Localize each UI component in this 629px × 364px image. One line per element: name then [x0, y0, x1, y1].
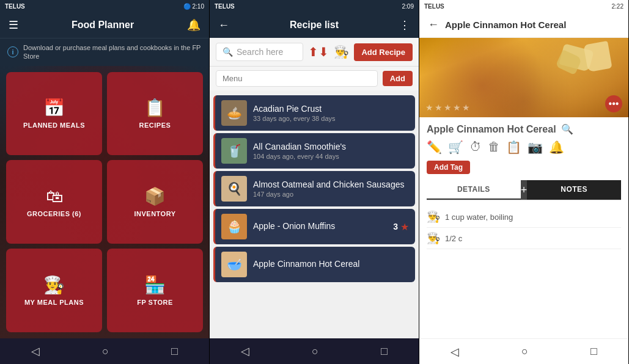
list-item[interactable]: 🥤 All Canadian Smoothie's 104 days ago, … — [213, 133, 415, 169]
tile-recipes[interactable]: 📋 RECIPES — [107, 72, 203, 156]
recipe-hero-image: ★ ★ ★ ★ ★ ••• — [419, 38, 628, 117]
notification-icon[interactable]: 🔔 — [549, 140, 564, 155]
edit-icon[interactable]: ✏️ — [427, 140, 442, 155]
detail-header: ← Apple Cinnamon Hot Cereal — [419, 12, 628, 38]
tab-plus-button[interactable]: + — [521, 180, 528, 200]
recipe-thumb-acadian: 🥧 — [221, 100, 247, 126]
back-icon-2[interactable]: ← — [218, 19, 229, 32]
recipe-info-cereal: Apple Cinnamon Hot Cereal — [253, 259, 409, 271]
back-icon-3[interactable]: ← — [428, 18, 439, 31]
star-icon: ★ — [400, 221, 409, 233]
more-options-button[interactable]: ••• — [605, 95, 622, 112]
apple-piece — [583, 41, 612, 72]
detail-tabs: DETAILS + NOTES — [427, 180, 621, 200]
delete-icon[interactable]: 🗑 — [488, 140, 500, 155]
info-text: Download or purchase meal plans and cook… — [23, 43, 202, 61]
ingredient-text-1: 1 cup water, boiling — [445, 213, 513, 222]
inventory-label: INVENTORY — [134, 210, 175, 217]
recipe-name-acadian: Acadian Pie Crust — [253, 104, 409, 114]
recipe-sub-smoothie: 104 days ago, every 44 days — [253, 153, 409, 160]
recipe-name-smoothie: All Canadian Smoothie's — [253, 142, 409, 152]
star-1: ★ — [425, 103, 433, 112]
tile-planned-meals[interactable]: 📅 PLANNED MEALS — [6, 72, 102, 156]
star-3: ★ — [444, 103, 452, 112]
planned-meals-icon: 📅 — [43, 98, 65, 118]
recipe-name-muffin: Apple - Onion Muffins — [253, 221, 387, 231]
home-nav-btn-1[interactable]: ○ — [102, 345, 109, 358]
recipe-actions: ✏️ 🛒 ⏱ 🗑 📋 📷 🔔 — [427, 140, 621, 155]
groceries-label: GROCERIES (6) — [27, 210, 81, 217]
main-tiles-grid: 📅 PLANNED MEALS 📋 RECIPES 🛍 GROCERIES (6… — [0, 66, 209, 338]
star-rating: ★ ★ ★ ★ ★ — [425, 103, 470, 112]
detail-content: Apple Cinnamon Hot Cereal 🔍 ✏️ 🛒 ⏱ 🗑 📋 📷… — [419, 117, 628, 338]
nav-bar-2: ◁ ○ □ — [210, 338, 419, 364]
tab-details[interactable]: DETAILS — [427, 180, 521, 200]
recipe-name-oatmeal: Almost Oatmeal and Chicken Sausages — [253, 180, 409, 190]
search-box[interactable]: 🔍 Search here — [216, 43, 303, 61]
tab-notes[interactable]: NOTES — [527, 180, 621, 200]
filter-sort-icon[interactable]: ⬆⬇ — [308, 45, 329, 59]
menu-bar: Add — [210, 66, 419, 90]
chef-hat-icon[interactable]: 👨‍🍳 — [334, 45, 349, 59]
recipe-search-icon[interactable]: 🔍 — [561, 123, 573, 135]
fp-store-label: FP STORE — [137, 299, 173, 306]
status-bar-3: TELUS 2:22 — [419, 0, 628, 12]
time-3: 2:22 — [612, 3, 623, 10]
carrier-1: TELUS — [5, 3, 25, 10]
recent-nav-btn-1[interactable]: □ — [171, 345, 178, 358]
tile-fp-store[interactable]: 🏪 FP STORE — [107, 249, 203, 332]
list-item[interactable]: 🧁 Apple - Onion Muffins 3 ★ — [213, 209, 415, 244]
recipe-sub-acadian: 33 days ago, every 38 days — [253, 115, 409, 122]
meal-plans-icon: 👨‍🍳 — [43, 275, 65, 295]
add-recipe-button[interactable]: Add Recipe — [354, 43, 413, 61]
app-title-1: Food Planner — [18, 20, 187, 31]
phone-recipe-list: TELUS 2:09 ← Recipe list ⋮ 🔍 Search here… — [210, 0, 419, 364]
timer-icon[interactable]: ⏱ — [469, 140, 482, 155]
menu-input[interactable] — [216, 70, 378, 87]
back-nav-btn-1[interactable]: ◁ — [31, 344, 40, 358]
search-magnifier-icon: 🔍 — [223, 47, 233, 57]
carrier-2: TELUS — [215, 3, 235, 10]
back-nav-btn-2[interactable]: ◁ — [241, 344, 249, 358]
home-nav-btn-2[interactable]: ○ — [312, 345, 318, 358]
star-4: ★ — [453, 103, 461, 112]
tile-inventory[interactable]: 📦 INVENTORY — [107, 160, 203, 244]
recipe-badge-muffin: 3 ★ — [393, 221, 409, 233]
copy-icon[interactable]: 📋 — [506, 140, 521, 155]
tile-meal-plans[interactable]: 👨‍🍳 MY MEAL PLANS — [6, 249, 102, 332]
more-icon-2[interactable]: ⋮ — [399, 18, 410, 32]
ingredient-text-2: 1/2 c — [445, 234, 462, 243]
chef-hat-ingredient-icon: 👨‍🍳 — [427, 210, 440, 224]
recent-nav-btn-2[interactable]: □ — [381, 345, 388, 358]
search-bar: 🔍 Search here ⬆⬇ 👨‍🍳 Add Recipe — [210, 38, 419, 66]
add-tag-button[interactable]: Add Tag — [427, 161, 470, 174]
home-nav-btn-3[interactable]: ○ — [521, 345, 528, 358]
camera-icon[interactable]: 📷 — [528, 140, 543, 155]
info-icon: i — [7, 46, 18, 57]
list-item[interactable]: 🥧 Acadian Pie Crust 33 days ago, every 3… — [213, 95, 415, 131]
list-item[interactable]: 🥣 Apple Cinnamon Hot Cereal — [213, 247, 415, 282]
bell-icon[interactable]: 🔔 — [187, 18, 200, 32]
recipe-info-muffin: Apple - Onion Muffins — [253, 221, 387, 233]
recipe-detail-title: Apple Cinnamon Hot Cereal — [427, 124, 556, 135]
nav-bar-1: ◁ ○ □ — [0, 338, 209, 364]
groceries-icon: 🛍 — [46, 186, 63, 206]
carrier-3: TELUS — [424, 3, 444, 10]
recipes-icon: 📋 — [144, 98, 166, 118]
recipe-name-cereal: Apple Cinnamon Hot Cereal — [253, 259, 409, 269]
list-item[interactable]: 🍳 Almost Oatmeal and Chicken Sausages 14… — [213, 171, 415, 206]
recent-nav-btn-3[interactable]: □ — [590, 345, 597, 358]
cart-icon[interactable]: 🛒 — [448, 140, 463, 155]
tile-groceries[interactable]: 🛍 GROCERIES (6) — [6, 160, 102, 244]
recipe-list-header: ← Recipe list ⋮ — [210, 12, 419, 38]
back-nav-btn-3[interactable]: ◁ — [451, 345, 459, 359]
hamburger-menu-icon[interactable]: ☰ — [9, 18, 18, 32]
info-bar: i Download or purchase meal plans and co… — [0, 38, 209, 66]
recipe-info-oatmeal: Almost Oatmeal and Chicken Sausages 147 … — [253, 180, 409, 198]
menu-add-button[interactable]: Add — [383, 71, 413, 86]
star-5: ★ — [462, 103, 470, 112]
time-2: 2:09 — [402, 3, 414, 10]
recipe-thumb-muffin: 🧁 — [221, 214, 247, 239]
time-1: 🔵 2:10 — [183, 3, 204, 10]
search-placeholder: Search here — [237, 47, 283, 57]
